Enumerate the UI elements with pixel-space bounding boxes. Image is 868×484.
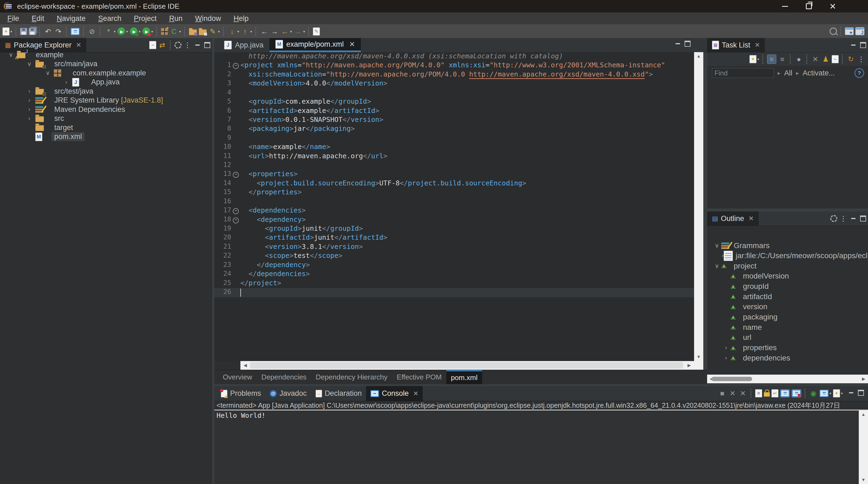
open-task-icon[interactable]: ✎ <box>313 27 320 36</box>
save-icon[interactable] <box>20 28 27 35</box>
new-wizard-icon[interactable]: ✦▾ <box>2 27 12 36</box>
vertical-splitter-left[interactable] <box>212 38 214 484</box>
fold-marker-icon[interactable]: − <box>233 208 239 214</box>
menu-search[interactable]: Search <box>92 14 128 23</box>
last-edit-location-icon[interactable]: ←▾ <box>281 27 292 36</box>
minimize-icon[interactable] <box>673 40 683 48</box>
code-editor[interactable]: http://maven.apache.org/xsd/maven-4.0.0.… <box>214 52 694 361</box>
search-icon[interactable] <box>830 27 837 35</box>
pom-tab-dependencies[interactable]: Dependencies <box>257 370 311 384</box>
console-tab-problems[interactable]: Problems <box>217 386 266 401</box>
outline-item-properties[interactable]: ›properties <box>707 343 868 353</box>
tree-item-com-example-example[interactable]: ∨com.example.example <box>0 68 212 78</box>
chevron-right-icon[interactable]: › <box>60 79 72 86</box>
tree-item-src-test-java[interactable]: ›src/test/java <box>0 87 212 96</box>
filter-person-icon[interactable]: ♟ <box>821 55 830 63</box>
outline-item-url[interactable]: ›url <box>707 333 868 342</box>
fold-marker-icon[interactable]: − <box>233 63 239 69</box>
vertical-splitter-right[interactable] <box>703 38 707 384</box>
maximize-icon[interactable] <box>683 40 692 48</box>
fold-marker-icon[interactable]: − <box>233 172 239 178</box>
tree-item-maven-dependencies[interactable]: ›Maven Dependencies <box>0 105 212 114</box>
menu-project[interactable]: Project <box>127 14 163 23</box>
tree-item-jre-system-library[interactable]: ›JRE System Library [JavaSE-1.8] <box>0 96 212 105</box>
console-output[interactable]: Hello World! <box>214 411 868 484</box>
new-console-icon[interactable]: ✦▾ <box>833 389 843 397</box>
outline-item-artifactid[interactable]: ›artifactId <box>707 292 868 302</box>
forward-history-icon[interactable]: → <box>270 27 279 36</box>
chevron-down-icon[interactable]: ∨ <box>42 69 54 77</box>
pin-console-icon[interactable]: ◉ <box>809 389 818 398</box>
scroll-lock-icon[interactable] <box>764 390 770 397</box>
save-all-icon[interactable] <box>29 28 36 35</box>
outline-item-name[interactable]: ›name <box>707 322 868 332</box>
view-menu-icon[interactable]: ⋮ <box>857 55 866 63</box>
remove-launch-icon[interactable]: ✕ <box>728 389 737 398</box>
task-list-tab[interactable]: ≣ Task List ✕ <box>707 38 765 52</box>
tree-item-app-java[interactable]: ›JApp.java <box>0 78 212 87</box>
fold-marker-icon[interactable]: − <box>233 217 239 223</box>
synchronize-icon[interactable]: ↻ <box>846 55 855 63</box>
filters-icon[interactable] <box>175 41 182 49</box>
help-icon[interactable]: ? <box>855 68 864 78</box>
menu-file[interactable]: File <box>1 14 26 23</box>
outline-item-groupid[interactable]: ›groupId <box>707 281 868 292</box>
maximize-icon[interactable] <box>858 41 868 49</box>
view-menu-icon[interactable]: ⋮ <box>183 41 192 50</box>
skip-breakpoints-icon[interactable]: ⊘ <box>88 27 96 36</box>
profile-icon[interactable]: ▶▾ <box>142 27 153 36</box>
chevron-right-icon[interactable]: › <box>722 344 731 351</box>
menu-navigate[interactable]: Navigate <box>51 14 92 23</box>
pom-tab-dependency-hierarchy[interactable]: Dependency Hierarchy <box>311 370 392 384</box>
back-history-icon[interactable]: ← <box>260 27 269 36</box>
coverage-icon[interactable]: ▶▾ <box>130 27 141 36</box>
close-icon[interactable]: ✕ <box>413 390 418 397</box>
console-tab-declaration[interactable]: →Declaration <box>311 386 366 401</box>
window-minimize-button[interactable] <box>779 1 790 12</box>
word-wrap-icon[interactable]: ↵ <box>771 389 778 397</box>
close-icon[interactable]: ✕ <box>349 40 355 49</box>
close-icon[interactable]: ✕ <box>748 215 754 222</box>
forward-icon[interactable]: →▾ <box>293 27 305 36</box>
java-perspective-button[interactable]: J <box>855 27 865 35</box>
maximize-icon[interactable] <box>203 41 212 49</box>
editor-horizontal-scrollbar[interactable]: ◀ ▶ <box>240 361 694 370</box>
debug-icon[interactable]: *▾ <box>104 27 116 36</box>
collapse-all-icon[interactable]: − <box>149 41 156 49</box>
open-type-icon[interactable] <box>189 28 197 35</box>
chevron-down-icon[interactable]: ∨ <box>713 242 721 249</box>
task-list-filter-all[interactable]: All <box>784 69 792 78</box>
editor-vertical-scrollbar[interactable]: ▲▼ <box>694 52 703 361</box>
tree-item-src-main-java[interactable]: ∨src/main/java <box>0 59 212 69</box>
task-list-find-input[interactable] <box>712 68 774 78</box>
tree-item-target[interactable]: ›target <box>0 123 212 132</box>
close-icon[interactable]: ✕ <box>76 41 82 49</box>
minimize-icon[interactable] <box>846 389 856 397</box>
new-java-class-icon[interactable]: C▾ <box>169 27 181 36</box>
new-java-package-icon[interactable]: ✦ <box>161 28 168 35</box>
maximize-icon[interactable] <box>858 214 868 222</box>
maximize-icon[interactable] <box>856 389 866 397</box>
hide-completed-icon[interactable]: ✕ <box>811 55 820 63</box>
new-task-icon[interactable]: ✦▾ <box>749 55 759 63</box>
minimize-icon[interactable] <box>848 41 858 49</box>
chevron-right-icon[interactable]: › <box>23 106 35 113</box>
show-stderr-icon[interactable] <box>792 389 801 397</box>
chevron-right-icon[interactable]: › <box>722 252 724 259</box>
open-console-icon[interactable] <box>70 28 80 35</box>
clear-console-icon[interactable]: ✕ <box>755 389 762 397</box>
presentation-icon[interactable]: ● <box>795 55 803 63</box>
run-icon[interactable]: ▶▾ <box>117 27 128 36</box>
search-flashlight-icon[interactable]: ✎▾ <box>208 27 220 36</box>
outline-item-packaging[interactable]: ›packaging <box>707 312 868 322</box>
open-resource-icon[interactable] <box>198 28 207 35</box>
view-menu-icon[interactable]: ⋮ <box>839 214 848 223</box>
tree-item-pom-xml[interactable]: ›Mpom.xml <box>0 132 212 142</box>
outline-item-project[interactable]: ∨project <box>707 261 868 271</box>
tree-item-example[interactable]: ∨J⚠example <box>0 50 212 59</box>
outline-item-modelversion[interactable]: ›modelVersion <box>707 271 868 281</box>
editor-tab-app-java[interactable]: JApp.java <box>218 38 270 52</box>
menu-help[interactable]: Help <box>227 14 255 23</box>
outline-item-jar-file-c-users-meowr-scoop-apps-eclip[interactable]: ›jar:file:/C:/Users/meowr/scoop/apps/ecl… <box>707 251 868 261</box>
filters-icon[interactable] <box>830 215 837 222</box>
